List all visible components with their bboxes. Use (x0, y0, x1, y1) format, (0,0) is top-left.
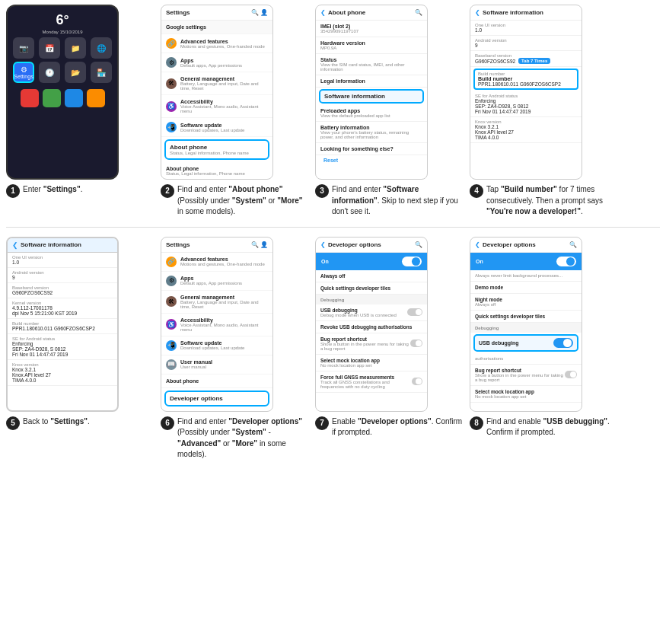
step2-menu-google[interactable]: Google settings (161, 21, 272, 34)
step6-accessibility-icon: ♿ (166, 319, 177, 330)
step2-accessibility[interactable]: ♿ Accessibility Voice Assistant, Mono au… (161, 95, 272, 118)
step7-bug-report[interactable]: Bug report shortcut Show a button in the… (316, 333, 427, 355)
step7-toggle-row[interactable]: On (316, 253, 427, 270)
step3-reset[interactable]: Reset (316, 155, 427, 165)
step4-build-highlight[interactable]: Build number Build number PPR1.180610.01… (473, 69, 578, 90)
step4-knox: Knox version Knox 3.2.1Knox API level 27… (470, 117, 582, 143)
step8-mock-location[interactable]: Select mock location app No mock locatio… (470, 386, 582, 403)
step8-on-label: On (476, 259, 483, 264)
step7-bug-toggle[interactable] (410, 340, 422, 347)
about-phone-subtitle: Status, Legal information, Phone name (170, 151, 264, 155)
step8-authorisations[interactable]: authorisations (470, 353, 582, 365)
step3-legal[interactable]: Legal information (316, 75, 427, 88)
step6-software-text: Software update Download updates, Last u… (180, 340, 268, 350)
step3-preloaded[interactable]: Preloaded apps View the default preloade… (316, 105, 427, 122)
step3-back-arrow[interactable]: ❮ (320, 9, 326, 16)
step8-debugging-section: Debugging (470, 323, 582, 333)
step-3-block: ❮ About phone 🔍 IMEI (slot 2) 3542990911… (315, 5, 464, 218)
step6-number: 6 (161, 416, 174, 430)
step8-toggle-row[interactable]: On (470, 253, 582, 270)
step2-software-update[interactable]: 📲 Software update Download updates, Last… (161, 118, 272, 137)
step8-usb-highlight[interactable]: USB debugging (473, 334, 578, 352)
step8-night-mode[interactable]: Night mode Always off (470, 294, 582, 311)
step3-status[interactable]: Status View the SIM card status, IMEI, a… (316, 54, 427, 75)
step7-title: Developer options (328, 241, 381, 248)
step7-usb-toggle[interactable] (407, 308, 422, 316)
step7-quick-settings[interactable]: Quick settings developer tiles (316, 282, 427, 295)
step8-toggle-circle (566, 257, 575, 266)
step2-apps[interactable]: ⚙ Apps Default apps, App permissions (161, 53, 272, 72)
about-phone-label: About phone (170, 144, 264, 151)
step8-screen: ❮ Developer options 🔍 On Always never li… (470, 237, 582, 412)
step6-accessibility[interactable]: ♿ Accessibility Voice Assistant, Mono au… (161, 314, 272, 336)
step4-header: ❮ Software information (470, 5, 582, 21)
step7-usb-debug[interactable]: USB debugging Debug mode when USB is con… (316, 304, 427, 321)
step5-back-arrow[interactable]: ❮ (12, 241, 18, 249)
step7-back-arrow[interactable]: ❮ (320, 241, 326, 248)
step7-search-icon[interactable]: 🔍 (415, 241, 422, 248)
step6-header-icons[interactable]: 🔍 👤 (251, 241, 268, 248)
step2-about-phone-2[interactable]: About phone Status, Legal information, P… (161, 162, 272, 180)
step6-advanced[interactable]: 🔗 Advanced features Motions and gestures… (161, 253, 272, 272)
phone-date: Monday 15/10/2019 (42, 30, 82, 34)
step5-screen-title: Software information (21, 241, 81, 248)
step8-bug-report[interactable]: Bug report shortcut Show a button in the… (470, 365, 582, 386)
google-item-label: Google settings (166, 24, 206, 30)
dev-options-on-label: On (321, 259, 329, 264)
step6-apps[interactable]: ⚙ Apps Default apps, App permissions (161, 272, 272, 291)
step8-back-arrow[interactable]: ❮ (475, 241, 480, 248)
step6-software-update[interactable]: 📲 Software update Download updates, Last… (161, 336, 272, 355)
step7-gnss-circle (416, 378, 422, 384)
toggle-circle (412, 257, 420, 266)
step7-gnss[interactable]: Force full GNSS measurements Track all G… (316, 371, 427, 393)
step7-mock-location[interactable]: Select mock location app No mock locatio… (316, 355, 427, 371)
step3-desc: 3 Find and enter "Software information".… (315, 184, 464, 218)
step6-software-icon: 📲 (166, 340, 177, 351)
step5-text: Back to "Settings". (23, 416, 90, 428)
step8-demo-mode[interactable]: Demo mode (470, 282, 582, 294)
general-text: General management Battery, Language and… (180, 76, 268, 91)
step8-title: Developer options (483, 241, 536, 248)
step8-bug-toggle[interactable] (565, 371, 577, 378)
step8-usb-toggle[interactable] (553, 338, 573, 348)
step3-number: 3 (315, 184, 329, 198)
step8-quick-tiles[interactable]: Quick settings developer tiles (470, 311, 582, 323)
step6-general[interactable]: 🛠 General management Battery, Language a… (161, 291, 272, 314)
step7-gnss-toggle[interactable] (412, 378, 422, 385)
step6-user-manual[interactable]: 📖 User manual User manual (161, 355, 272, 375)
step2-header: Settings 🔍 👤 (161, 5, 272, 21)
step1-desc: 1 Enter "Settings". (6, 184, 82, 198)
step4-number: 4 (470, 184, 483, 198)
step6-apps-icon: ⚙ (166, 276, 177, 286)
step6-desc: 6 Find and enter "Developer options" (Po… (161, 416, 309, 461)
step7-revoke[interactable]: Revoke USB debugging authorisations (316, 321, 427, 333)
step6-header: Settings 🔍 👤 (161, 238, 272, 253)
step5-baseband: Baseband version G960FZOS6CS92 (8, 283, 117, 298)
step6-about-phone[interactable]: About phone (161, 375, 272, 388)
dev-options-toggle[interactable] (402, 257, 422, 266)
advanced-icon: 🔗 (166, 38, 177, 49)
step2-general[interactable]: 🛠 General management Battery, Language a… (161, 72, 272, 95)
step2-screen: Settings 🔍 👤 Google settings 🔗 Advanced … (161, 5, 273, 180)
software-update-icon: 📲 (166, 122, 177, 132)
step4-one-ui: One UI version 1.0 (470, 21, 582, 36)
step6-title: Settings (166, 241, 190, 248)
step3-software-info-highlight[interactable]: Software information (319, 89, 424, 104)
step6-advanced-text: Advanced features Motions and gestures, … (180, 257, 268, 266)
steps-row-2: ❮ Software information One UI version 1.… (6, 237, 660, 461)
general-icon: 🛠 (166, 78, 177, 89)
step-5-block: ❮ Software information One UI version 1.… (6, 237, 155, 430)
step6-developer-highlight[interactable]: Developer options (164, 391, 269, 406)
step8-search-icon[interactable]: 🔍 (569, 241, 577, 248)
step2-advanced[interactable]: 🔗 Advanced features Motions and gestures… (161, 34, 272, 53)
step2-about-phone-highlight[interactable]: About phone Status, Legal information, P… (164, 139, 269, 160)
phone-bottom-app-2 (43, 89, 61, 107)
phone-app-icon-3: 📁 (65, 37, 86, 59)
step3-battery[interactable]: Battery information View your phone's ba… (316, 122, 427, 143)
step4-title: Software information (483, 9, 543, 16)
step4-back-arrow[interactable]: ❮ (475, 9, 480, 16)
step2-header-icons: 🔍 👤 (251, 9, 268, 16)
step3-search-icon[interactable]: 🔍 (415, 9, 422, 16)
phone-clock-icon: 🕐 (39, 62, 60, 83)
step8-dev-toggle[interactable] (556, 257, 576, 266)
